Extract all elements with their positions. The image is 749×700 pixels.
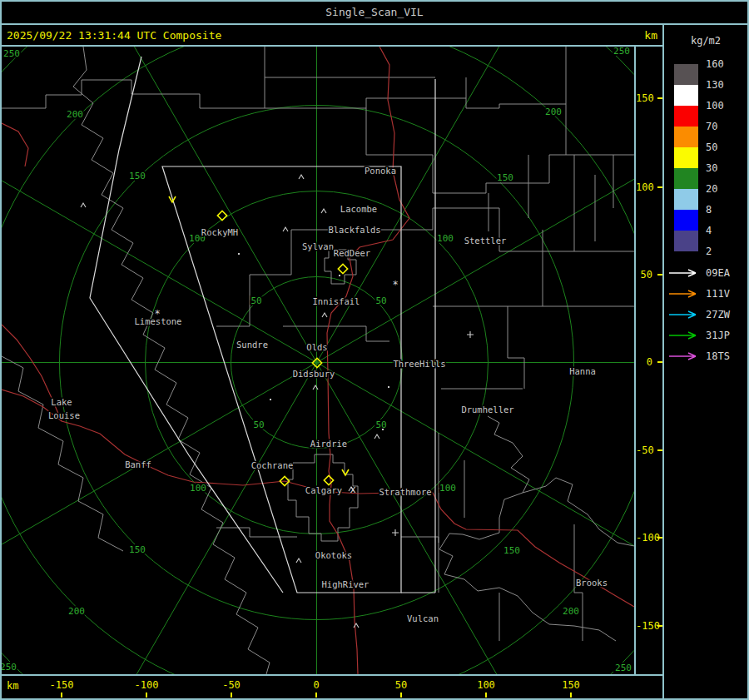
legend-color-swatch	[674, 85, 698, 106]
legend-color-swatch	[674, 127, 698, 147]
range-ring-label: 150	[503, 545, 520, 556]
radar-map-canvas: 5050505010010010010015015015015020020020…	[2, 47, 634, 674]
radar-legend-row: 18TS	[667, 350, 747, 363]
radial-line	[2, 363, 317, 675]
town-label: Hanna	[569, 366, 596, 376]
plus-marker	[467, 331, 474, 338]
town-label: RockyMH	[201, 227, 238, 237]
radar-arrow-icon	[667, 350, 702, 362]
town-label: Louise	[48, 410, 80, 420]
range-ring-label: 250	[615, 663, 632, 673]
bottom-axis-tick	[61, 693, 62, 698]
town-label: Ponoka	[365, 166, 396, 176]
town-label: Banff	[125, 459, 151, 469]
county-boundary	[433, 155, 634, 389]
radar-arrow-icon	[667, 309, 702, 320]
town-label: Olds	[306, 342, 327, 352]
caret-marker	[322, 313, 327, 317]
legend-scale-value: 50	[706, 141, 739, 153]
right-axis-label: -150	[636, 620, 652, 632]
town-label: Blackfalds	[328, 225, 380, 235]
dot-marker	[238, 253, 240, 255]
town-label: Sundre	[236, 340, 268, 350]
caret-marker	[283, 227, 288, 231]
bottom-axis-label: 100	[466, 679, 506, 691]
legend-scale-value: 8	[706, 204, 739, 216]
radar-id-label: 27ZW	[706, 309, 730, 320]
frame-line-map-right	[634, 45, 636, 676]
radar-arrow-icon	[667, 267, 702, 279]
info-bar: 2025/09/22 13:31:44 UTC Composite km	[0, 27, 749, 45]
legend-panel: kg/m2 16013010070503020842 09EA111V27ZW3…	[664, 25, 749, 698]
town-label: Okotoks	[315, 550, 352, 560]
right-axis-label: -50	[636, 444, 652, 456]
town-label: Lacombe	[340, 204, 377, 214]
bottom-axis-tick	[570, 693, 572, 698]
bottom-axis-label: -50	[211, 679, 251, 691]
bottom-axis-label: 50	[381, 679, 421, 691]
bottom-axis: km -150-100-50050100150	[0, 676, 662, 698]
title-bar: Single_Scan_VIL	[0, 2, 749, 23]
frame-line-top	[0, 0, 749, 2]
caret-marker	[374, 434, 379, 439]
range-ring-label: 200	[68, 606, 85, 617]
asterisk-marker: *	[392, 279, 398, 290]
frame-line-left	[0, 0, 2, 700]
town-label: Didsbury	[293, 369, 335, 379]
range-ring-label: 150	[497, 172, 513, 183]
range-ring-label: 200	[545, 107, 562, 117]
legend-color-swatch	[674, 189, 698, 210]
legend-color-swatch	[674, 64, 698, 85]
highway-line	[2, 123, 28, 166]
right-axis-label: 150	[636, 92, 652, 104]
legend-scale-value: 160	[706, 58, 739, 70]
x-marker: x	[350, 484, 355, 495]
frame-line-legend-left	[662, 23, 664, 700]
range-ring-label: 100	[190, 483, 206, 494]
bottom-axis-label: 150	[551, 679, 591, 691]
range-ring-label: 50	[250, 295, 261, 306]
bottom-axis-label: 0	[296, 679, 336, 691]
range-ring-label: 50	[375, 295, 386, 306]
bottom-axis-tick	[231, 693, 232, 698]
town-label: Strathmore	[379, 487, 431, 497]
right-axis-unit-label: km	[644, 27, 657, 45]
radar-coverage-outline	[401, 79, 435, 593]
caret-marker	[81, 203, 86, 207]
dot-marker	[270, 399, 271, 400]
right-axis-label: -100	[636, 532, 652, 544]
frame-line-below-info	[0, 45, 664, 47]
dot-marker	[388, 386, 389, 388]
county-boundary	[216, 524, 583, 641]
town-label: Airdrie	[310, 439, 347, 449]
radar-legend-row: 09EA	[667, 266, 747, 280]
town-label: Cochrane	[251, 460, 294, 470]
caret-marker	[321, 209, 326, 213]
county-boundary	[265, 47, 435, 108]
radar-legend-row: 31JP	[667, 329, 747, 342]
legend-scale-value: 30	[706, 162, 739, 174]
plus-marker	[392, 529, 399, 536]
town-label: Drumheller	[461, 405, 513, 415]
asterisk-marker: *	[154, 308, 160, 320]
county-boundary	[2, 356, 123, 551]
town-label: RedDeer	[334, 248, 370, 258]
radial-line	[2, 363, 317, 675]
range-ring-label: 50	[375, 420, 386, 430]
legend-scale-value: 130	[706, 79, 739, 91]
frame-line-above-bottom-axis	[0, 674, 664, 676]
town-label: Innisfail	[313, 296, 360, 306]
town-label: Calgary	[305, 485, 342, 495]
highway-line	[2, 390, 634, 607]
range-ring-label: 100	[439, 483, 456, 494]
dot-marker	[382, 429, 384, 430]
dot-marker	[339, 275, 340, 276]
radar-id-label: 09EA	[706, 267, 730, 279]
right-axis: 150100500-50-100-150	[636, 47, 662, 674]
town-label: HighRiver	[322, 579, 370, 589]
county-boundary	[2, 80, 265, 108]
county-boundary	[288, 454, 358, 541]
radar-id-label: 18TS	[706, 350, 730, 362]
bottom-axis-tick	[315, 693, 317, 698]
legend-color-swatch	[674, 106, 698, 127]
